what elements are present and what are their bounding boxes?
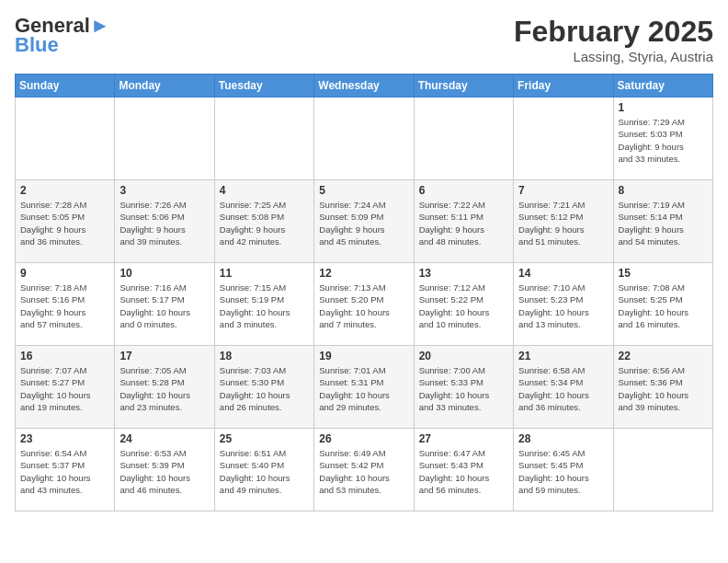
day-number: 3 [119,184,209,197]
weekday-header-tuesday: Tuesday [214,75,313,98]
calendar-cell [16,98,115,180]
calendar-cell [514,98,613,180]
day-info: Sunrise: 7:21 AMSunset: 5:12 PMDaylight:… [518,199,608,247]
day-info: Sunrise: 6:45 AMSunset: 5:45 PMDaylight:… [518,447,608,496]
day-number: 27 [419,432,508,445]
day-info: Sunrise: 7:03 AMSunset: 5:30 PMDaylight:… [220,364,309,413]
calendar-cell: 14Sunrise: 7:10 AMSunset: 5:23 PMDayligh… [514,263,613,346]
day-number: 19 [319,350,408,362]
calendar-week-row: 16Sunrise: 7:07 AMSunset: 5:27 PMDayligh… [16,346,713,429]
day-info: Sunrise: 6:51 AMSunset: 5:40 PMDaylight:… [220,447,309,496]
weekday-header-monday: Monday [115,75,214,98]
calendar-cell: 20Sunrise: 7:00 AMSunset: 5:33 PMDayligh… [414,346,513,429]
calendar-cell: 12Sunrise: 7:13 AMSunset: 5:20 PMDayligh… [314,263,414,346]
calendar-cell: 6Sunrise: 7:22 AMSunset: 5:11 PMDaylight… [414,180,513,263]
day-number: 17 [119,350,209,362]
calendar-cell: 23Sunrise: 6:54 AMSunset: 5:37 PMDayligh… [16,429,115,511]
day-number: 13 [419,267,508,280]
calendar-cell: 5Sunrise: 7:24 AMSunset: 5:09 PMDaylight… [314,180,414,263]
calendar-cell: 11Sunrise: 7:15 AMSunset: 5:19 PMDayligh… [214,263,313,346]
logo: General► Blue [15,15,110,57]
calendar-cell: 16Sunrise: 7:07 AMSunset: 5:27 PMDayligh… [16,346,115,429]
weekday-header-row: SundayMondayTuesdayWednesdayThursdayFrid… [16,75,713,98]
day-info: Sunrise: 6:49 AMSunset: 5:42 PMDaylight:… [319,447,408,496]
calendar-cell: 21Sunrise: 6:58 AMSunset: 5:34 PMDayligh… [514,346,613,429]
calendar-cell: 15Sunrise: 7:08 AMSunset: 5:25 PMDayligh… [613,263,712,346]
weekday-header-saturday: Saturday [613,75,712,98]
day-number: 2 [20,184,109,197]
calendar-table: SundayMondayTuesdayWednesdayThursdayFrid… [15,74,713,511]
calendar-cell: 25Sunrise: 6:51 AMSunset: 5:40 PMDayligh… [214,429,313,511]
day-info: Sunrise: 7:28 AMSunset: 5:05 PMDaylight:… [20,199,109,247]
day-number: 24 [119,432,209,445]
calendar-cell [314,98,414,180]
day-info: Sunrise: 7:18 AMSunset: 5:16 PMDaylight:… [20,282,109,330]
day-info: Sunrise: 7:12 AMSunset: 5:22 PMDaylight:… [419,282,508,330]
day-info: Sunrise: 7:05 AMSunset: 5:28 PMDaylight:… [119,364,209,413]
calendar-cell: 28Sunrise: 6:45 AMSunset: 5:45 PMDayligh… [514,429,613,511]
calendar-cell: 3Sunrise: 7:26 AMSunset: 5:06 PMDaylight… [115,180,214,263]
day-number: 22 [619,350,708,362]
day-info: Sunrise: 6:54 AMSunset: 5:37 PMDaylight:… [20,447,109,496]
calendar-cell: 24Sunrise: 6:53 AMSunset: 5:39 PMDayligh… [115,429,214,511]
day-info: Sunrise: 7:00 AMSunset: 5:33 PMDaylight:… [419,364,508,413]
title-block: February 2025 Lassing, Styria, Austria [514,15,713,64]
calendar-cell: 10Sunrise: 7:16 AMSunset: 5:17 PMDayligh… [115,263,214,346]
day-number: 18 [220,350,309,362]
day-number: 11 [220,267,309,280]
calendar-cell [115,98,214,180]
day-info: Sunrise: 7:15 AMSunset: 5:19 PMDaylight:… [220,282,309,330]
day-info: Sunrise: 6:58 AMSunset: 5:34 PMDaylight:… [518,364,608,413]
day-number: 4 [220,184,309,197]
day-number: 15 [619,267,708,280]
calendar-week-row: 2Sunrise: 7:28 AMSunset: 5:05 PMDaylight… [16,180,713,263]
weekday-header-wednesday: Wednesday [314,75,414,98]
day-number: 20 [419,350,508,362]
day-info: Sunrise: 7:08 AMSunset: 5:25 PMDaylight:… [619,282,708,330]
day-number: 16 [20,350,109,362]
calendar-cell: 8Sunrise: 7:19 AMSunset: 5:14 PMDaylight… [613,180,712,263]
weekday-header-sunday: Sunday [16,75,115,98]
calendar-cell [613,429,712,511]
day-number: 8 [619,184,708,197]
day-number: 28 [518,432,608,445]
day-info: Sunrise: 6:53 AMSunset: 5:39 PMDaylight:… [119,447,209,496]
calendar-cell: 26Sunrise: 6:49 AMSunset: 5:42 PMDayligh… [314,429,414,511]
weekday-header-friday: Friday [514,75,613,98]
day-number: 25 [220,432,309,445]
calendar-cell: 22Sunrise: 6:56 AMSunset: 5:36 PMDayligh… [613,346,712,429]
day-number: 21 [518,350,608,362]
day-info: Sunrise: 7:29 AMSunset: 5:03 PMDaylight:… [619,116,708,165]
day-info: Sunrise: 7:24 AMSunset: 5:09 PMDaylight:… [319,199,408,247]
day-number: 12 [319,267,408,280]
day-info: Sunrise: 6:47 AMSunset: 5:43 PMDaylight:… [419,447,508,496]
calendar-cell: 2Sunrise: 7:28 AMSunset: 5:05 PMDaylight… [16,180,115,263]
calendar-week-row: 1Sunrise: 7:29 AMSunset: 5:03 PMDaylight… [16,98,713,180]
day-number: 14 [518,267,608,280]
location-subtitle: Lassing, Styria, Austria [514,49,713,64]
page-header: General► Blue February 2025 Lassing, Sty… [15,15,713,64]
calendar-cell: 13Sunrise: 7:12 AMSunset: 5:22 PMDayligh… [414,263,513,346]
day-info: Sunrise: 7:07 AMSunset: 5:27 PMDaylight:… [20,364,109,413]
day-info: Sunrise: 7:25 AMSunset: 5:08 PMDaylight:… [220,199,309,247]
weekday-header-thursday: Thursday [414,75,513,98]
day-number: 7 [518,184,608,197]
day-info: Sunrise: 7:01 AMSunset: 5:31 PMDaylight:… [319,364,408,413]
day-info: Sunrise: 7:10 AMSunset: 5:23 PMDaylight:… [518,282,608,330]
calendar-cell: 19Sunrise: 7:01 AMSunset: 5:31 PMDayligh… [314,346,414,429]
calendar-cell: 27Sunrise: 6:47 AMSunset: 5:43 PMDayligh… [414,429,513,511]
day-number: 1 [619,101,708,114]
day-info: Sunrise: 7:22 AMSunset: 5:11 PMDaylight:… [419,199,508,247]
calendar-cell: 7Sunrise: 7:21 AMSunset: 5:12 PMDaylight… [514,180,613,263]
day-number: 26 [319,432,408,445]
day-number: 10 [119,267,209,280]
calendar-week-row: 9Sunrise: 7:18 AMSunset: 5:16 PMDaylight… [16,263,713,346]
day-info: Sunrise: 7:16 AMSunset: 5:17 PMDaylight:… [119,282,209,330]
day-info: Sunrise: 7:26 AMSunset: 5:06 PMDaylight:… [119,199,209,247]
day-number: 5 [319,184,408,197]
calendar-week-row: 23Sunrise: 6:54 AMSunset: 5:37 PMDayligh… [16,429,713,511]
day-number: 23 [20,432,109,445]
calendar-cell [414,98,513,180]
calendar-cell: 4Sunrise: 7:25 AMSunset: 5:08 PMDaylight… [214,180,313,263]
calendar-cell [214,98,313,180]
